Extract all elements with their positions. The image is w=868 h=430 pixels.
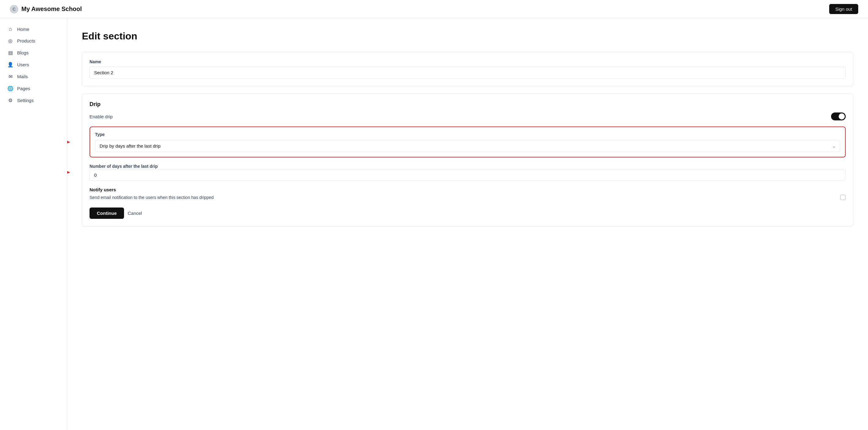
pages-icon: 🌐 [7,86,13,91]
name-input[interactable] [90,67,846,79]
continue-button[interactable]: Continue [90,208,124,219]
header-left: C My Awesome School [10,5,82,13]
sidebar-label-home: Home [17,27,29,32]
sidebar-label-blogs: Blogs [17,50,29,55]
sign-out-button[interactable]: Sign out [829,4,858,14]
sidebar-item-mails[interactable]: ✉ Mails [0,70,67,83]
annotation-2: 2 [67,168,71,177]
products-icon: ◎ [7,38,13,44]
page-title: Edit section [82,31,853,42]
header: C My Awesome School Sign out [0,0,868,18]
name-label: Name [90,59,846,64]
sidebar-item-blogs[interactable]: ▤ Blogs [0,47,67,59]
annotation-1: 1 [67,138,71,146]
notify-section: Notify users Send email notification to … [90,187,846,200]
annotation-arrow-2 [67,169,71,176]
sidebar-item-users[interactable]: 👤 Users [0,59,67,70]
sidebar-item-settings[interactable]: ⚙ Settings [0,94,67,106]
cancel-button[interactable]: Cancel [128,211,142,216]
sidebar-label-products: Products [17,38,35,43]
drip-card: Drip Enable drip 1 Ty [82,94,853,226]
settings-icon: ⚙ [7,97,13,103]
sidebar-label-users: Users [17,62,29,67]
type-label: Type [95,132,840,137]
notify-title: Notify users [90,187,846,192]
enable-drip-label: Enable drip [90,114,113,119]
annotation-arrow-1 [67,139,71,145]
notify-checkbox[interactable] [840,195,846,200]
days-label: Number of days after the last drip [90,164,158,169]
type-select-wrapper: Drip by days after the last drip Drip by… [95,140,840,152]
drip-title: Drip [90,101,846,108]
name-card: Name [82,52,853,86]
type-field-container: 1 Type Drip by days after the last drip … [90,126,846,157]
enable-drip-row: Enable drip [90,113,846,120]
sidebar: ⌂ Home ◎ Products ▤ Blogs 👤 Users ✉ Mail… [0,18,67,430]
layout: ⌂ Home ◎ Products ▤ Blogs 👤 Users ✉ Mail… [0,18,868,430]
type-field-wrapper: Type Drip by days after the last drip Dr… [90,126,846,157]
days-field-container: 2 Number of days after the last drip [90,163,846,181]
main-content: Edit section Name Drip Enable drip 1 [67,18,868,430]
app-title: My Awesome School [21,5,82,12]
notify-row: Send email notification to the users whe… [90,195,846,200]
button-row: Continue Cancel [90,208,846,219]
toggle-knob [839,113,845,120]
sidebar-item-pages[interactable]: 🌐 Pages [0,83,67,94]
blogs-icon: ▤ [7,50,13,56]
users-icon: 👤 [7,62,13,67]
notify-text: Send email notification to the users whe… [90,195,214,200]
days-field-wrapper: Number of days after the last drip [90,163,846,181]
sidebar-item-home[interactable]: ⌂ Home [0,23,67,35]
mails-icon: ✉ [7,74,13,80]
sidebar-label-settings: Settings [17,98,34,103]
home-icon: ⌂ [7,26,13,32]
app-logo: C [10,5,18,13]
sidebar-label-pages: Pages [17,86,30,91]
sidebar-item-products[interactable]: ◎ Products [0,35,67,47]
enable-drip-toggle[interactable] [831,113,846,120]
type-select[interactable]: Drip by days after the last drip Drip by… [95,140,840,152]
sidebar-label-mails: Mails [17,74,28,79]
days-input[interactable] [90,169,846,181]
